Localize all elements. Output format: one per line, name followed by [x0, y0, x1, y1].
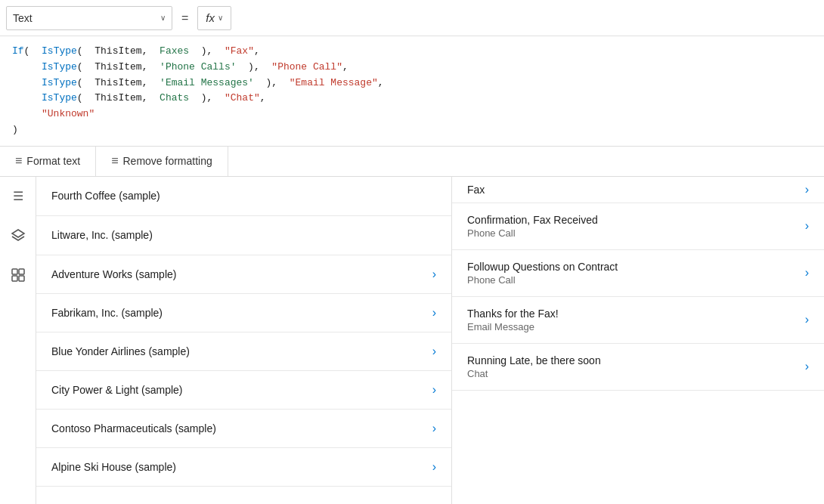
- main-content: ☰ Fourth Coffee (sample) Litware, Inc. (…: [0, 177, 824, 504]
- svg-rect-2: [19, 269, 24, 274]
- formula-line-5: "Unknown": [12, 107, 812, 122]
- activity-content: Thanks for the Fax! Email Message: [467, 308, 796, 332]
- list-item-text: Fourth Coffee (sample): [51, 190, 160, 202]
- formula-bar: If( IsType( ThisItem, Faxes ), "Fax", Is…: [0, 36, 824, 147]
- formula-line-2: IsType( ThisItem, 'Phone Calls' ), "Phon…: [12, 60, 812, 76]
- activity-subtitle: Phone Call: [467, 274, 796, 286]
- activity-item[interactable]: Fax ›: [452, 177, 824, 203]
- chevron-right-icon: ›: [805, 183, 809, 196]
- list-item[interactable]: City Power & Light (sample) ›: [36, 371, 451, 410]
- remove-formatting-label: Remove formatting: [122, 155, 212, 167]
- list-item[interactable]: Fourth Coffee (sample): [36, 177, 451, 216]
- activity-content: Followup Questions on Contract Phone Cal…: [467, 261, 796, 286]
- list-item-text: Contoso Pharmaceuticals (sample): [51, 422, 216, 434]
- chevron-down-icon: ∨: [160, 14, 166, 22]
- activity-title: Confirmation, Fax Received: [467, 214, 796, 226]
- activity-subtitle: Phone Call: [467, 227, 796, 239]
- svg-rect-3: [12, 276, 17, 281]
- chevron-right-icon: ›: [432, 460, 436, 474]
- activity-title: Thanks for the Fax!: [467, 308, 796, 320]
- list-item[interactable]: Contoso Pharmaceuticals (sample) ›: [36, 410, 451, 448]
- activity-item[interactable]: Followup Questions on Contract Phone Cal…: [452, 250, 824, 297]
- formula-line-6: ): [12, 122, 812, 138]
- activity-item[interactable]: Confirmation, Fax Received Phone Call ›: [452, 203, 824, 250]
- fx-button[interactable]: fx ∨: [197, 6, 231, 30]
- list-item-text: Litware, Inc. (sample): [51, 229, 153, 241]
- activity-content: Running Late, be there soon Chat: [467, 354, 796, 379]
- equals-sign: =: [178, 11, 191, 25]
- chevron-right-icon: ›: [432, 383, 436, 397]
- activity-title: Running Late, be there soon: [467, 354, 796, 366]
- formula-line-4: IsType( ThisItem, Chats ), "Chat",: [12, 91, 812, 107]
- chevron-right-icon: ›: [805, 219, 809, 233]
- hamburger-menu-icon[interactable]: ☰: [5, 183, 32, 210]
- chevron-right-icon: ›: [805, 266, 809, 280]
- fx-icon: fx: [206, 11, 215, 24]
- activity-subtitle: Chat: [467, 368, 796, 379]
- activity-title: Followup Questions on Contract: [467, 261, 796, 273]
- svg-marker-0: [12, 230, 24, 237]
- sidebar-icons: ☰: [0, 177, 36, 504]
- list-item-text: Adventure Works (sample): [51, 268, 176, 280]
- chevron-right-icon: ›: [432, 267, 436, 281]
- activity-content: Confirmation, Fax Received Phone Call: [467, 214, 796, 239]
- format-text-button[interactable]: ≡ Format text: [0, 147, 96, 176]
- list-item[interactable]: Adventure Works (sample) ›: [36, 255, 451, 294]
- chevron-right-icon: ›: [805, 313, 809, 326]
- format-toolbar: ≡ Format text ≡ Remove formatting: [0, 147, 824, 177]
- layers-icon[interactable]: [5, 222, 32, 249]
- activity-content: Fax: [467, 184, 796, 196]
- activity-subtitle: Email Message: [467, 321, 796, 332]
- chevron-right-icon: ›: [805, 360, 809, 373]
- field-select-dropdown[interactable]: Text ∨: [6, 6, 172, 30]
- list-item-text: City Power & Light (sample): [51, 384, 183, 396]
- remove-formatting-button[interactable]: ≡ Remove formatting: [96, 147, 228, 176]
- chevron-right-icon: ›: [432, 345, 436, 358]
- list-item-text: Blue Yonder Airlines (sample): [51, 345, 190, 357]
- svg-rect-4: [19, 276, 24, 281]
- chevron-right-icon: ›: [432, 306, 436, 320]
- list-item[interactable]: Fabrikam, Inc. (sample) ›: [36, 294, 451, 332]
- grid-icon[interactable]: [5, 261, 32, 289]
- fx-chevron-icon: ∨: [218, 14, 223, 22]
- list-panel: Fourth Coffee (sample) Litware, Inc. (sa…: [36, 177, 452, 504]
- list-item-text: Alpine Ski House (sample): [51, 461, 176, 473]
- top-bar: Text ∨ = fx ∨: [0, 0, 824, 36]
- list-item-text: Fabrikam, Inc. (sample): [51, 307, 163, 319]
- remove-formatting-icon: ≡: [111, 154, 118, 168]
- activity-panel: Fax › Confirmation, Fax Received Phone C…: [452, 177, 824, 504]
- formula-line-1: If( IsType( ThisItem, Faxes ), "Fax",: [12, 44, 812, 60]
- format-text-label: Format text: [26, 155, 80, 167]
- formula-line-3: IsType( ThisItem, 'Email Messages' ), "E…: [12, 76, 812, 91]
- field-select-text: Text: [13, 12, 154, 24]
- activity-title: Fax: [467, 184, 796, 196]
- list-item[interactable]: Litware, Inc. (sample): [36, 216, 451, 255]
- list-item[interactable]: Alpine Ski House (sample) ›: [36, 448, 451, 487]
- activity-item[interactable]: Thanks for the Fax! Email Message ›: [452, 297, 824, 344]
- list-item[interactable]: Blue Yonder Airlines (sample) ›: [36, 332, 451, 371]
- svg-rect-1: [12, 269, 17, 274]
- activity-item[interactable]: Running Late, be there soon Chat ›: [452, 344, 824, 391]
- chevron-right-icon: ›: [432, 422, 436, 435]
- format-text-icon: ≡: [15, 154, 22, 168]
